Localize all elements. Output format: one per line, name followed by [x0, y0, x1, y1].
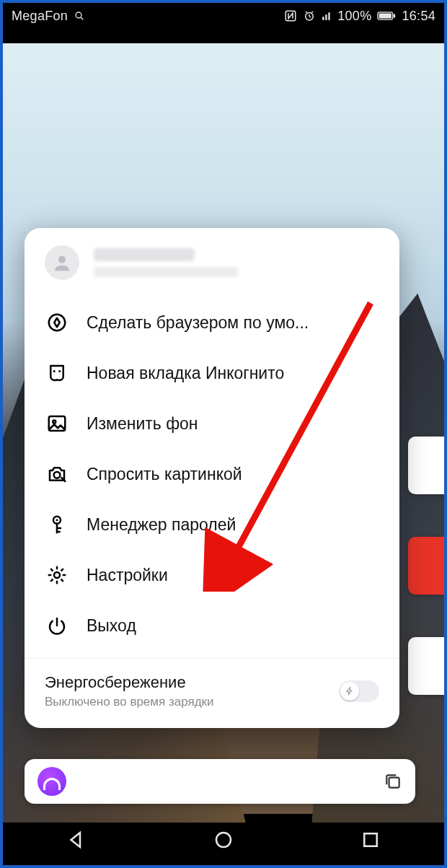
svg-rect-8 — [322, 17, 324, 20]
menu-item-label: Сделать браузером по умо... — [87, 313, 309, 333]
back-button[interactable] — [66, 829, 87, 851]
svg-point-0 — [76, 12, 81, 18]
signal-icon — [322, 11, 332, 21]
browser-menu: Сделать браузером по умо... Новая вкладк… — [25, 228, 399, 728]
energy-title: Энергосбережение — [45, 673, 214, 692]
power-icon — [45, 613, 69, 638]
menu-item-label: Спросить картинкой — [87, 465, 242, 484]
clock-label: 16:54 — [402, 9, 435, 24]
energy-toggle[interactable] — [339, 680, 379, 702]
recent-button[interactable] — [360, 829, 381, 851]
browser-icon — [45, 310, 69, 335]
search-bar[interactable] — [25, 759, 415, 804]
svg-rect-32 — [364, 833, 377, 846]
svg-point-31 — [216, 833, 231, 847]
avatar — [45, 245, 79, 280]
menu-default-browser[interactable]: Сделать браузером по умо... — [25, 297, 399, 348]
menu-item-label: Выход — [87, 616, 136, 636]
svg-point-17 — [58, 370, 61, 372]
menu-password-manager[interactable]: Менеджер паролей — [25, 499, 399, 550]
svg-line-6 — [306, 12, 307, 13]
battery-pct: 100% — [337, 9, 371, 24]
alarm-icon — [303, 9, 316, 22]
svg-point-27 — [54, 572, 60, 578]
svg-rect-30 — [389, 778, 399, 788]
svg-point-19 — [53, 421, 56, 424]
key-icon — [45, 512, 69, 537]
svg-rect-10 — [329, 12, 330, 19]
bolt-icon — [340, 682, 359, 701]
app-chip[interactable] — [408, 637, 444, 695]
profile-name-blurred — [94, 248, 195, 261]
home-button[interactable] — [213, 829, 234, 851]
menu-exit[interactable]: Выход — [25, 600, 399, 651]
svg-point-20 — [54, 472, 61, 478]
menu-item-label: Настройки — [87, 566, 168, 585]
wallpaper: Сделать браузером по умо... Новая вкладк… — [3, 43, 444, 814]
profile-section[interactable] — [25, 245, 399, 297]
image-icon — [45, 411, 69, 436]
svg-point-14 — [58, 256, 66, 263]
svg-rect-9 — [325, 14, 327, 20]
svg-point-23 — [56, 519, 58, 521]
menu-item-label: Менеджер паролей — [87, 515, 236, 535]
menu-change-background[interactable]: Изменить фон — [25, 398, 399, 449]
search-icon — [74, 10, 85, 22]
menu-incognito[interactable]: Новая вкладка Инкогнито — [25, 348, 399, 398]
svg-point-15 — [49, 315, 66, 331]
profile-email-blurred — [94, 267, 238, 277]
menu-item-label: Новая вкладка Инкогнито — [87, 364, 284, 383]
incognito-icon — [45, 361, 69, 385]
battery-icon — [377, 11, 396, 21]
app-chip[interactable] — [408, 437, 444, 494]
svg-rect-12 — [379, 14, 391, 19]
menu-image-search[interactable]: Спросить картинкой — [25, 449, 399, 499]
menu-settings[interactable]: Настройки — [25, 550, 399, 600]
svg-point-16 — [53, 370, 56, 372]
energy-subtitle: Выключено во время зарядки — [45, 695, 214, 709]
svg-rect-13 — [394, 14, 396, 17]
tabs-icon[interactable] — [384, 772, 402, 791]
svg-line-7 — [311, 12, 313, 13]
carrier-label: MegaFon — [12, 9, 68, 24]
menu-item-label: Изменить фон — [87, 414, 198, 434]
svg-line-1 — [81, 17, 83, 19]
gear-icon — [45, 563, 69, 587]
svg-line-5 — [309, 17, 311, 18]
app-chip[interactable] — [408, 537, 444, 595]
camera-icon — [45, 462, 69, 486]
status-bar: MegaFon 100% 16:54 — [3, 3, 444, 29]
nfc-icon — [284, 9, 297, 22]
energy-saving-row[interactable]: Энергосбережение Выключено во время заря… — [25, 659, 399, 728]
alice-icon[interactable] — [37, 767, 66, 796]
